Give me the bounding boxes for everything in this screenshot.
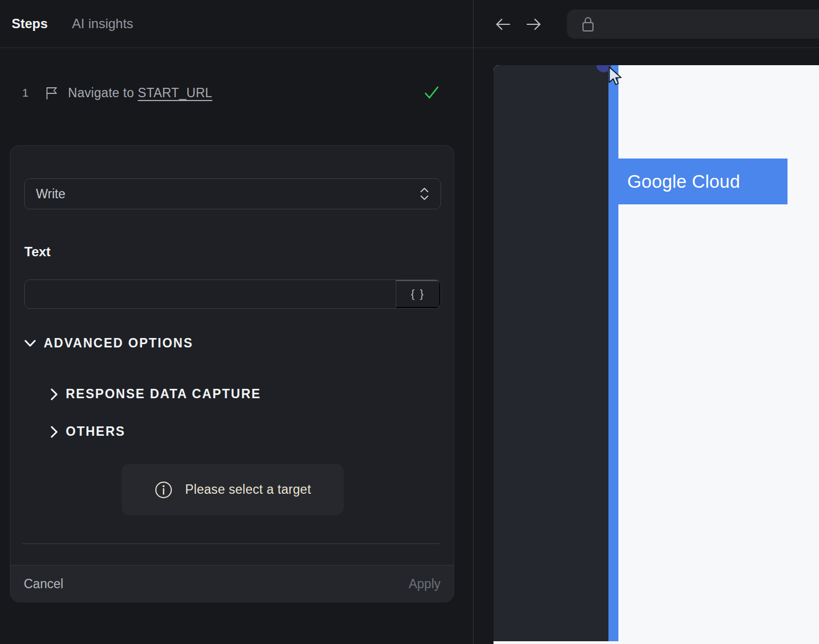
step-editor-card: Write Text { } ADVANCED OPTIONS (10, 145, 454, 602)
tab-ai-insights[interactable]: AI insights (72, 16, 133, 31)
page-dark-drawer (494, 65, 608, 641)
lock-icon (581, 16, 595, 33)
cancel-button[interactable]: Cancel (24, 577, 64, 592)
response-data-capture-toggle[interactable]: RESPONSE DATA CAPTURE (50, 387, 261, 402)
info-icon (154, 481, 173, 499)
flag-icon (45, 86, 59, 101)
steps-panel: Steps AI insights 1 Navigate to START_UR… (0, 0, 474, 644)
advanced-options-toggle[interactable]: ADVANCED OPTIONS (24, 336, 193, 351)
arrow-left-icon[interactable] (495, 17, 511, 32)
page-viewport[interactable]: Google Cloud (494, 65, 819, 644)
browser-toolbar (474, 0, 819, 48)
arrow-right-icon[interactable] (526, 17, 542, 32)
browser-preview-panel: Google Cloud (474, 0, 819, 644)
chevron-up-down-icon (419, 187, 429, 201)
check-icon (423, 85, 440, 101)
select-target-hint: Please select a target (122, 464, 344, 515)
highlighted-element[interactable]: Google Cloud (608, 159, 788, 204)
advanced-options-label: ADVANCED OPTIONS (44, 336, 193, 351)
response-data-capture-label: RESPONSE DATA CAPTURE (66, 387, 261, 402)
step-action: Navigate to (68, 86, 134, 100)
card-divider (23, 543, 440, 544)
card-footer: Cancel Apply (11, 565, 454, 603)
step-number: 1 (22, 86, 29, 99)
url-bar[interactable] (567, 9, 819, 39)
chevron-down-icon (24, 340, 36, 347)
highlighted-element-label: Google Cloud (627, 171, 740, 192)
insert-variable-button[interactable]: { } (396, 280, 440, 308)
text-input[interactable] (25, 280, 396, 308)
apply-button[interactable]: Apply (408, 577, 440, 592)
panel-header: Steps AI insights (0, 0, 473, 48)
text-field-label: Text (24, 244, 51, 260)
action-select-value: Write (36, 187, 65, 202)
select-target-hint-text: Please select a target (185, 482, 311, 497)
tab-steps[interactable]: Steps (12, 16, 48, 31)
chevron-right-icon (50, 426, 58, 438)
step-title: Navigate to START_URL (68, 86, 212, 101)
step-target-link[interactable]: START_URL (138, 86, 212, 100)
text-input-group: { } (24, 279, 441, 309)
others-label: OTHERS (66, 424, 125, 439)
action-select[interactable]: Write (24, 178, 441, 209)
others-toggle[interactable]: OTHERS (50, 424, 125, 439)
chevron-right-icon (50, 388, 58, 400)
step-row[interactable]: 1 Navigate to START_URL (0, 77, 473, 108)
element-highlight-strip (608, 65, 618, 641)
cursor-arrow-icon (608, 66, 623, 86)
